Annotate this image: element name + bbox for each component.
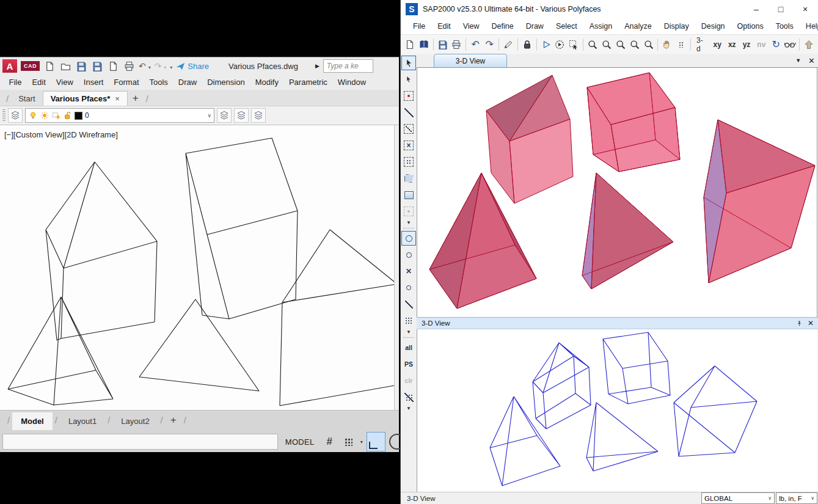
make-layer-current-icon[interactable] [217, 108, 232, 123]
run-analysis-icon[interactable] [539, 37, 553, 53]
zoom-previous-icon[interactable] [614, 37, 627, 53]
command-line-input[interactable] [2, 434, 278, 450]
pan-hand-icon[interactable] [660, 37, 674, 53]
select-all-button[interactable]: all [401, 340, 416, 355]
menu-assign[interactable]: Assign [583, 20, 619, 33]
new-drawing-icon[interactable] [43, 60, 56, 72]
view-3d-button[interactable]: 3-d [693, 37, 709, 53]
share-button[interactable]: Share [176, 62, 209, 71]
tab-model[interactable]: Model [12, 412, 53, 430]
menu-analyze[interactable]: Analyze [618, 20, 657, 33]
menu-tools[interactable]: Tools [144, 76, 173, 89]
autocad-logo-icon[interactable]: A [2, 59, 17, 73]
zoom-full-icon[interactable] [600, 37, 613, 53]
previous-selection-button[interactable]: PS [401, 357, 416, 371]
close-button[interactable]: × [801, 4, 809, 14]
dropdown-caret-icon[interactable]: ∨ [768, 495, 772, 501]
quick-draw-frame-icon[interactable] [401, 122, 416, 136]
clear-selection-button[interactable]: clr [401, 373, 416, 388]
undo-icon[interactable]: ↶ [469, 37, 482, 53]
menu-modify[interactable]: Modify [250, 76, 283, 89]
more-snap-tools-icon[interactable]: ▼ [401, 329, 417, 335]
undo-button[interactable]: ↶ ▾ [139, 62, 151, 70]
zoom-window-icon[interactable] [586, 37, 599, 53]
menu-define[interactable]: Define [486, 20, 520, 33]
perspective-glasses-icon[interactable] [783, 37, 797, 53]
redo-button[interactable]: ↷ ▾ [155, 62, 167, 70]
menu-edit[interactable]: Edit [27, 76, 51, 89]
3d-view-bottom[interactable] [417, 329, 817, 494]
menu-insert[interactable]: Insert [78, 76, 109, 89]
new-model-icon[interactable] [403, 37, 417, 53]
snap-to-intersections-icon[interactable]: ✕ [401, 264, 416, 279]
coordinate-system-dropdown[interactable]: GLOBAL ∨ [701, 492, 775, 504]
rubber-band-zoom-icon[interactable] [567, 37, 580, 53]
tab-list-dropdown-icon[interactable]: ▼ [795, 57, 801, 64]
menu-tools[interactable]: Tools [770, 20, 800, 33]
layer-dropdown[interactable]: 0 ∨ [25, 108, 214, 123]
snap-mode-icon[interactable] [341, 434, 357, 449]
draw-joint-icon[interactable] [401, 89, 416, 103]
snap-to-grid-icon[interactable] [401, 313, 416, 328]
draw-pen-icon[interactable] [502, 37, 515, 53]
reshape-tool-icon[interactable] [401, 72, 416, 87]
more-draw-tools-icon[interactable]: ▼ [401, 220, 417, 225]
menu-select[interactable]: Select [550, 20, 583, 33]
menu-view[interactable]: View [51, 76, 78, 89]
quick-draw-braces-icon[interactable]: × [401, 138, 416, 153]
print-icon[interactable] [450, 37, 464, 53]
zoom-in-icon[interactable] [628, 37, 641, 53]
export-icon[interactable] [107, 60, 119, 72]
menu-dimension[interactable]: Dimension [202, 76, 250, 89]
open-model-icon[interactable] [417, 37, 431, 53]
pin-panel-icon[interactable] [796, 320, 803, 327]
run-options-icon[interactable] [553, 37, 567, 53]
quick-draw-area-icon[interactable] [401, 204, 416, 219]
layer-color-swatch[interactable] [75, 112, 82, 120]
3d-view-top[interactable] [417, 68, 817, 317]
units-dropdown[interactable]: lb, in, F ∨ [776, 492, 817, 504]
new-tab-button[interactable]: + [128, 92, 144, 106]
snap-to-joints-icon[interactable] [401, 231, 416, 246]
more-select-tools-icon[interactable]: ▼ [401, 406, 417, 411]
viewport-controls-label[interactable]: [−][Custom View][2D Wireframe] [4, 130, 118, 139]
view-xz-button[interactable]: xz [725, 37, 739, 53]
menu-display[interactable]: Display [658, 20, 695, 33]
close-view-icon[interactable]: ✕ [808, 56, 815, 65]
toolbar-grip[interactable] [2, 109, 5, 122]
close-tab-icon[interactable]: × [115, 94, 120, 103]
menu-design[interactable]: Design [695, 20, 731, 33]
deselect-tool-icon[interactable] [401, 390, 416, 404]
view-nv-button[interactable]: nv [754, 37, 769, 53]
layer-on-bulb-icon[interactable] [28, 111, 37, 120]
dropdown-caret-icon[interactable]: ∨ [811, 495, 814, 501]
layer-unlock-icon[interactable] [63, 111, 72, 120]
layer-previous-icon[interactable] [234, 108, 249, 123]
pointer-tool-icon[interactable] [401, 56, 416, 70]
layer-thaw-sun-icon[interactable] [40, 111, 49, 120]
new-layout-button[interactable]: + [166, 414, 181, 428]
3d-view-bottom-header[interactable]: 3-D View ✕ [417, 317, 818, 329]
title-expand-icon[interactable]: ▶ [315, 63, 320, 69]
search-input[interactable]: Type a ke [323, 59, 373, 73]
menu-edit[interactable]: Edit [431, 20, 457, 33]
lock-model-icon[interactable] [520, 37, 534, 53]
save-icon[interactable] [436, 37, 450, 53]
ortho-mode-icon[interactable] [367, 432, 386, 451]
tab-3d-view[interactable]: 3-D View [434, 54, 507, 67]
open-drawing-icon[interactable] [59, 60, 71, 72]
tab-layout2[interactable]: Layout2 [112, 412, 158, 430]
model-space-indicator[interactable]: MODEL [282, 437, 318, 447]
tab-various-pfaces[interactable]: Various Pfaces* × [43, 91, 128, 106]
maximize-button[interactable]: □ [776, 4, 785, 14]
menu-draw[interactable]: Draw [173, 76, 202, 89]
customize-qat-button[interactable]: ▾ [170, 62, 172, 70]
tab-layout1[interactable]: Layout1 [60, 412, 105, 430]
layer-states-icon[interactable] [251, 108, 266, 123]
rotate-view-icon[interactable]: ↻ [769, 37, 783, 53]
menu-format[interactable]: Format [109, 76, 144, 89]
view-xy-button[interactable]: xy [710, 37, 725, 53]
draw-poly-area-icon[interactable] [401, 171, 416, 186]
snap-to-perpendicular-icon[interactable] [401, 280, 416, 295]
plot-print-icon[interactable] [123, 60, 135, 72]
